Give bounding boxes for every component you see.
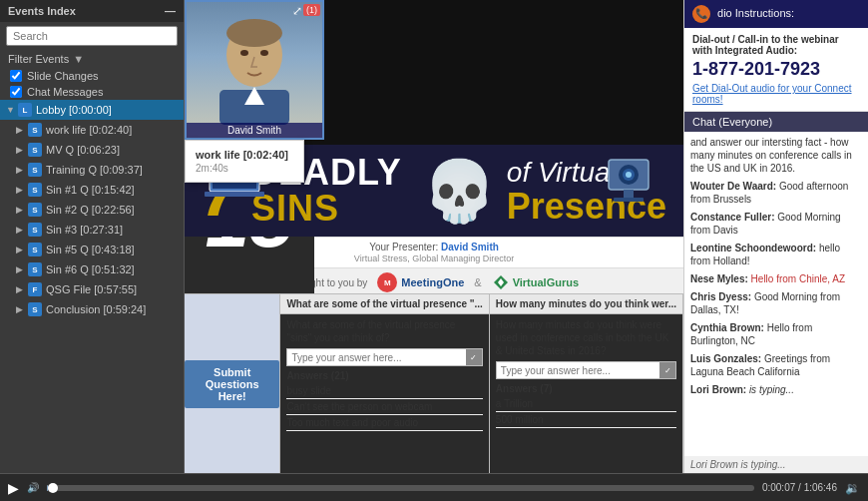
qa-submit-icon-1[interactable]: ✓ [466, 349, 482, 365]
expand-icon-sin3[interactable]: ▶ [16, 225, 24, 235]
submit-questions-button[interactable]: Submit Questions Here! [185, 360, 279, 408]
filter-row[interactable]: Filter Events ▼ [0, 50, 184, 68]
expand-icon-qsg_file[interactable]: ▶ [16, 284, 24, 294]
type-icon-conclusion: S [28, 302, 42, 316]
expand-icon-work_life[interactable]: ▶ [16, 125, 24, 135]
qa-question-2: How many minutes do you think were used … [496, 318, 676, 357]
expand-video-button[interactable]: ⤢ [292, 4, 302, 18]
play-button[interactable]: ▶ [8, 480, 19, 496]
chat-messages-checkbox-row[interactable]: Chat Messages [0, 84, 184, 100]
sidebar-item-label-work_life: work life [0:02:40] [46, 124, 178, 136]
search-input[interactable] [6, 26, 178, 46]
speaker-icon: 🔊 [27, 482, 39, 493]
dial-info: Dial-out / Call-in to the webinar with I… [684, 28, 868, 112]
slide-icons-right [594, 155, 663, 213]
qa-panel-2-header: How many minutes do you think wer... [490, 294, 682, 314]
bottom-bar: ▶ 🔊 0:00:07 / 1:06:46 🔉 [0, 473, 868, 501]
chat-messages-checkbox[interactable] [10, 86, 22, 98]
right-panel-header: 📞 dio Instructions: [684, 0, 868, 28]
type-icon-sin1q: S [28, 183, 42, 197]
slide-changes-checkbox-row[interactable]: Slide Changes [0, 68, 184, 84]
expand-icon-mv_q[interactable]: ▶ [16, 145, 24, 155]
qa-answers-header-2: Answers (7) [496, 383, 676, 394]
type-icon-sin2q: S [28, 203, 42, 217]
slide-changes-checkbox[interactable] [10, 70, 22, 82]
qa-input-1: ✓ [286, 348, 482, 366]
sidebar-item-sin6q[interactable]: ▶SSin #6 Q [0:51:32] [0, 259, 184, 279]
presenter-line-label: Your Presenter: [369, 242, 441, 252]
virtual-gurus-logo: VirtualGurus [492, 273, 579, 291]
sidebar-item-mv_q[interactable]: ▶SMV Q [0:06:23] [0, 140, 184, 160]
expand-icon-lobby[interactable]: ▼ [6, 105, 14, 115]
sidebar-item-label-sin6q: Sin #6 Q [0:51:32] [46, 263, 178, 275]
tooltip-title: work life [0:02:40] [196, 149, 293, 161]
qa-answer-item: Too much text and poor audio [286, 415, 482, 431]
chat-text-7: is typing... [749, 384, 794, 395]
chat-intro-text: and answer our intersting fact - how man… [690, 137, 852, 174]
sidebar-item-sin2q[interactable]: ▶SSin #2 Q [0:22:56] [0, 200, 184, 220]
qa-input-2: ✓ [496, 361, 676, 379]
expand-icon-sin2q[interactable]: ▶ [16, 205, 24, 215]
type-icon-sin5q: S [28, 243, 42, 256]
sidebar-item-training_q[interactable]: ▶STraining Q [0:09:37] [0, 160, 184, 180]
sidebar-item-sin5q[interactable]: ▶SSin #5 Q [0:43:18] [0, 240, 184, 259]
sidebar-item-lobby[interactable]: ▼LLobby [0:00:00] [0, 100, 184, 120]
tooltip-popup: work life [0:02:40] 2m:40s [185, 140, 304, 183]
chat-messages: and answer our intersting fact - how man… [684, 132, 868, 456]
svg-point-13 [626, 172, 632, 178]
sidebar-item-label-qsg_file: QSG File [0:57:55] [46, 283, 178, 295]
sidebar: Events Index — Filter Events ▼ Slide Cha… [0, 0, 185, 473]
sidebar-item-label-training_q: Training Q [0:09:37] [46, 164, 178, 176]
phone-number: 1-877-201-7923 [692, 59, 860, 80]
presenter-display-name: David Smith [441, 242, 499, 252]
chat-sender-2: Leontine Schoondewoord: [690, 243, 819, 253]
qa-answer-input-2[interactable] [497, 363, 659, 378]
total-time: 1:06:46 [804, 482, 837, 493]
sidebar-item-work_life[interactable]: ▶Swork life [0:02:40] [0, 120, 184, 140]
volume-icon[interactable]: 🔉 [845, 481, 860, 495]
center-panel: David Smith (1) ⤢ work life [0:02:40] 2m… [185, 0, 683, 473]
sidebar-collapse-icon[interactable]: — [165, 5, 176, 17]
expand-icon-conclusion[interactable]: ▶ [16, 304, 24, 314]
meeting-one-icon: M [377, 272, 397, 292]
sidebar-item-sin3[interactable]: ▶SSin #3 [0:27:31] [0, 220, 184, 240]
type-icon-qsg_file: F [28, 282, 42, 296]
qa-answer-item: Can't see the person on webcam [286, 399, 482, 415]
qa-panel-2: How many minutes do you think wer... How… [490, 294, 683, 473]
sidebar-item-conclusion[interactable]: ▶SConclusion [0:59:24] [0, 299, 184, 319]
expand-icon-training_q[interactable]: ▶ [16, 165, 24, 175]
type-icon-sin3: S [28, 223, 42, 237]
presenter-face [187, 2, 322, 138]
meeting-one-logo: M MeetingOne [377, 272, 464, 292]
sidebar-item-qsg_file[interactable]: ▶FQSG File [0:57:55] [0, 279, 184, 299]
sidebar-item-label-conclusion: Conclusion [0:59:24] [46, 303, 178, 315]
qa-answers-header-1: Answers (21) [286, 370, 482, 381]
qa-question-1: What are some of the virtual presence "s… [286, 318, 482, 344]
sidebar-item-label-sin5q: Sin #5 Q [0:43:18] [46, 244, 178, 255]
chat-sender-7: Lori Brown: [690, 384, 749, 395]
sidebar-search-container [0, 22, 184, 50]
sidebar-items-list: ▼LLobby [0:00:00]▶Swork life [0:02:40]▶S… [0, 100, 184, 473]
sidebar-item-label-lobby: Lobby [0:00:00] [36, 104, 178, 116]
chat-message-3: Nese Myles: Hello from Chinle, AZ [690, 272, 862, 285]
chat-sender-1: Constance Fuller: [690, 212, 777, 223]
qa-submit-icon-2[interactable]: ✓ [659, 362, 675, 378]
expand-icon-sin1q[interactable]: ▶ [16, 185, 24, 195]
progress-bar[interactable] [47, 485, 754, 491]
expand-icon-sin5q[interactable]: ▶ [16, 245, 24, 254]
slide-changes-label: Slide Changes [27, 70, 99, 82]
qa-answer-input-1[interactable] [287, 350, 465, 365]
sidebar-item-sin1q[interactable]: ▶SSin #1 Q [0:15:42] [0, 180, 184, 200]
dial-link[interactable]: Get Dial-Out audio for your Connect room… [692, 83, 852, 105]
dial-title: Dial-out / Call-in to the webinar with I… [692, 34, 860, 56]
chat-message-2: Leontine Schoondewoord: hello from Holla… [690, 242, 862, 267]
chat-intro-message: and answer our intersting fact - how man… [690, 136, 862, 175]
virtual-gurus-icon [492, 273, 510, 291]
expand-icon-sin6q[interactable]: ▶ [16, 264, 24, 274]
progress-thumb[interactable] [48, 483, 58, 493]
meeting-one-name: MeetingOne [401, 276, 464, 288]
right-panel: 📞 dio Instructions: Dial-out / Call-in t… [683, 0, 868, 473]
sidebar-item-label-sin1q: Sin #1 Q [0:15:42] [46, 184, 178, 196]
submit-box: Submit Questions Here! [185, 294, 280, 473]
qa-panel-2-body: How many minutes do you think were used … [490, 314, 682, 473]
